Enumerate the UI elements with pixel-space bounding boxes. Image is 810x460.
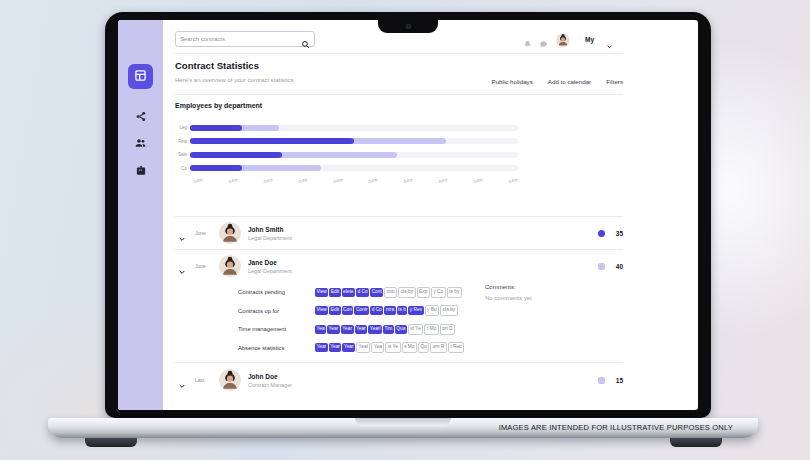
chart-category-label: Sale xyxy=(168,152,190,157)
chat-bubble-icon[interactable] xyxy=(539,35,548,44)
page-title: Contract Statistics xyxy=(175,60,259,71)
filter-chip[interactable]: Contr xyxy=(354,306,369,315)
detail-row: Time managementYeaYearYearYearYearlTimQu… xyxy=(175,320,485,339)
employee-role: Legal Department xyxy=(248,268,292,274)
filter-chip[interactable]: Year xyxy=(355,325,368,334)
chart-bar-filled xyxy=(190,152,282,158)
header-actions: Public holidays Add to calendar Filters xyxy=(378,78,623,85)
filter-chip[interactable]: Year xyxy=(342,343,355,352)
sidebar-item-share[interactable] xyxy=(134,110,147,123)
laptop-foot xyxy=(85,437,137,447)
filter-chip[interactable]: y Co xyxy=(431,287,446,298)
chart-bar-filled xyxy=(190,165,242,171)
employee-identity: Jane Doe Legal Department xyxy=(248,259,292,274)
x-tick-label: June xyxy=(438,177,449,184)
filter-chip[interactable]: Year xyxy=(315,343,328,352)
comments-label: Comments: xyxy=(485,284,532,290)
chart-title: Employees by department xyxy=(175,102,262,109)
detail-label: Time management xyxy=(238,326,315,332)
employee-row[interactable]: June Jane Doe Legal Department 40 xyxy=(175,250,623,282)
filter-chip[interactable]: om R xyxy=(430,342,446,353)
search-box xyxy=(175,31,315,47)
employee-value: 40 xyxy=(609,263,623,270)
chart-x-axis: JuneJuneJuneJuneJuneJuneJuneJuneJuneJune xyxy=(193,178,518,183)
comments-section: Comments: No comments yet xyxy=(485,284,532,301)
chip-list: ViewEditConContrd Contrats by Revy Bucts… xyxy=(315,305,458,316)
employee-row[interactable]: Last John Doe Contract Manager 15 xyxy=(175,364,623,396)
sidebar xyxy=(118,20,163,410)
avatar xyxy=(219,255,241,277)
laptop-lid-groove xyxy=(355,418,451,426)
filter-chip[interactable]: s Mo xyxy=(402,342,417,353)
filter-chip[interactable]: Yea xyxy=(371,342,384,353)
employee-role: Legal Department xyxy=(248,235,292,241)
filter-chip[interactable]: Year xyxy=(329,343,342,352)
filter-chip[interactable]: ntra xyxy=(384,306,395,315)
x-tick-label: June xyxy=(228,177,239,184)
employee-row[interactable]: June John Smith Legal Department 35 xyxy=(175,217,623,249)
filter-chip[interactable]: Tim xyxy=(383,325,394,334)
filter-chip[interactable]: Year xyxy=(327,325,340,334)
filter-chip[interactable]: View xyxy=(315,288,328,297)
filter-chip[interactable]: ts by xyxy=(447,287,462,298)
chart-bar-filled xyxy=(190,125,242,131)
filter-chip[interactable]: View xyxy=(315,306,328,315)
filters-link[interactable]: Filters xyxy=(606,78,623,85)
detail-label: Contracts up for xyxy=(238,308,315,314)
filter-chip[interactable]: t Mo xyxy=(424,324,438,335)
users-icon xyxy=(135,135,147,153)
bell-icon[interactable] xyxy=(523,35,532,44)
laptop-notch xyxy=(378,20,438,33)
filter-chip[interactable]: ort D xyxy=(440,324,455,335)
filter-chip[interactable]: is Ye xyxy=(385,342,400,353)
sidebar-item-briefcase[interactable] xyxy=(134,164,147,177)
avatar xyxy=(219,222,241,244)
chevron-down-icon[interactable] xyxy=(606,36,613,43)
filter-chip[interactable]: Yea xyxy=(315,325,326,334)
filter-chip[interactable]: Year xyxy=(341,325,354,334)
detail-row: Contracts pendingViewEditeleted CoConton… xyxy=(175,283,485,302)
filter-chip[interactable]: cts by xyxy=(398,287,416,298)
filter-chip[interactable]: Qua xyxy=(395,325,407,334)
filter-chip[interactable]: Yeal xyxy=(356,342,370,353)
filter-chip[interactable]: Exp xyxy=(417,287,430,298)
chart-bar-filled xyxy=(190,138,354,144)
employee-name: John Doe xyxy=(248,373,292,380)
chart-bar-track xyxy=(190,138,518,144)
chevron-down-icon[interactable] xyxy=(178,262,186,270)
filter-chip[interactable]: Cont xyxy=(370,288,383,297)
filter-chip[interactable]: d Co xyxy=(370,306,383,315)
filter-chip[interactable]: elete xyxy=(342,288,355,297)
webcam-icon xyxy=(406,24,411,29)
chevron-down-icon[interactable] xyxy=(178,376,186,384)
filter-chip[interactable]: y Rev xyxy=(408,306,423,315)
sidebar-item-employees[interactable] xyxy=(134,137,147,150)
chart-category-label: Leg xyxy=(168,125,190,130)
chart-category-label: Co xyxy=(168,166,190,171)
search-icon[interactable] xyxy=(301,35,310,44)
filter-chip[interactable]: Yearl xyxy=(368,325,382,334)
filter-chip[interactable]: Qu xyxy=(418,342,429,353)
search-input[interactable] xyxy=(176,36,301,42)
filter-chip[interactable]: y Bu xyxy=(425,305,440,316)
filter-chip[interactable]: t Rec xyxy=(448,342,464,353)
chart-rows: LegFinaSaleCo xyxy=(168,121,518,175)
avatar[interactable] xyxy=(556,33,570,47)
add-to-calendar-link[interactable]: Add to calendar xyxy=(548,78,591,85)
filter-chip[interactable]: onti xyxy=(384,287,397,298)
filter-chip[interactable]: Edit xyxy=(329,306,340,315)
chevron-down-icon[interactable] xyxy=(178,229,186,237)
filter-chip[interactable]: d Co xyxy=(356,288,369,297)
filter-chip[interactable]: ts b xyxy=(397,306,408,315)
chip-list: YeaYearYearYearYearlTimQuast Yet Moort D xyxy=(315,324,455,335)
public-holidays-link[interactable]: Public holidays xyxy=(492,78,533,85)
briefcase-icon xyxy=(135,162,146,180)
filter-chip[interactable]: Con xyxy=(342,306,354,315)
profile-menu-label[interactable]: My xyxy=(585,36,594,43)
filter-chip[interactable]: Edit xyxy=(329,288,340,297)
employee-role: Contract Manager xyxy=(248,382,292,388)
filter-chip[interactable]: cts by xyxy=(440,305,458,316)
sidebar-item-dashboard[interactable] xyxy=(128,64,153,89)
chart-row: Leg xyxy=(168,121,518,135)
filter-chip[interactable]: st Ye xyxy=(408,324,423,335)
